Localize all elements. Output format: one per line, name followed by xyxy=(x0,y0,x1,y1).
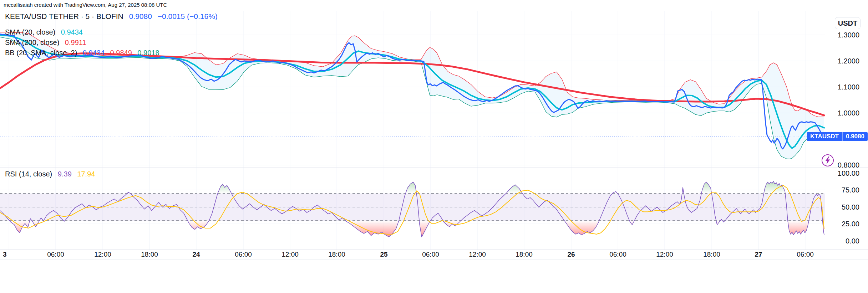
time-label-12:00: 12:00 xyxy=(656,251,673,258)
rsi-label: RSI (14, close) xyxy=(5,170,52,178)
symbol-title: KEETA/USD TETHER · 5 · BLOFIN xyxy=(5,12,123,20)
time-label-18:00: 18:00 xyxy=(516,251,533,258)
time-label-06:00: 06:00 xyxy=(797,251,814,258)
time-label-18:00: 18:00 xyxy=(328,251,345,258)
rsi-value: 9.39 xyxy=(58,170,72,178)
current-price-symbol: KTAUSDT xyxy=(807,133,842,140)
sma20-legend-row[interactable]: SMA (20, close) 0.9434 xyxy=(5,28,83,36)
time-axis-border xyxy=(0,250,868,250)
axis-tick-0.8000: 0.8000 xyxy=(838,161,859,169)
symbol-legend-row[interactable]: KEETA/USD TETHER · 5 · BLOFIN 0.9080 −0.… xyxy=(5,12,218,21)
rsi-legend-row[interactable]: RSI (14, close) 9.39 17.94 xyxy=(5,170,95,178)
sma20-value: 0.9434 xyxy=(61,28,83,36)
time-label-27: 27 xyxy=(755,251,762,258)
time-label-12:00: 12:00 xyxy=(469,251,486,258)
bb-upper-value: 0.9849 xyxy=(110,49,132,57)
axis-tick-0.00: 0.00 xyxy=(846,237,859,245)
time-label-18:00: 18:00 xyxy=(141,251,158,258)
axis-tick-75.00: 75.00 xyxy=(842,186,859,194)
time-axis[interactable]: 306:0012:0018:002406:0012:0018:002506:00… xyxy=(0,250,825,259)
axis-tick-1.0000: 1.0000 xyxy=(838,109,859,117)
current-price-value: 0.9080 xyxy=(843,133,868,140)
sma200-label: SMA (200, close) xyxy=(5,38,59,46)
sma20-label: SMA (20, close) xyxy=(5,28,55,36)
time-label-06:00: 06:00 xyxy=(422,251,439,258)
last-price: 0.9080 xyxy=(129,12,152,20)
time-label-06:00: 06:00 xyxy=(235,251,252,258)
time-label-25: 25 xyxy=(380,251,387,258)
axis-tick-25.00: 25.00 xyxy=(842,220,859,228)
bb-legend-row[interactable]: BB (20, SMA, close, 2) 0.9434 0.9849 0.9… xyxy=(5,49,159,57)
chart-top-border xyxy=(0,11,868,11)
chart-canvas[interactable] xyxy=(0,11,825,259)
time-label-26: 26 xyxy=(567,251,575,258)
bb-lower-value: 0.9018 xyxy=(137,49,159,57)
time-label-3: 3 xyxy=(3,251,7,258)
axis-tick-1.2000: 1.2000 xyxy=(838,57,859,65)
price-change: −0.0015 (−0.16%) xyxy=(158,12,218,20)
time-label-24: 24 xyxy=(192,251,200,258)
axis-tick-1.1000: 1.1000 xyxy=(838,83,859,91)
currency-badge[interactable]: USDT xyxy=(835,17,861,29)
time-label-12:00: 12:00 xyxy=(281,251,299,258)
footer: TradingView xyxy=(0,259,868,293)
bb-label: BB (20, SMA, close, 2) xyxy=(5,49,77,57)
sma200-legend-row[interactable]: SMA (200, close) 0.9911 xyxy=(5,38,86,47)
rsi-ma-value: 17.94 xyxy=(77,170,95,178)
lightning-icon xyxy=(824,156,831,165)
time-label-18:00: 18:00 xyxy=(703,251,720,258)
axis-tick-100.00: 100.00 xyxy=(838,169,859,178)
pane-separator[interactable] xyxy=(0,168,868,168)
boost-button[interactable] xyxy=(822,154,834,166)
bb-basis-value: 0.9434 xyxy=(83,49,105,57)
time-label-06:00: 06:00 xyxy=(47,251,64,258)
attribution-text: mccallisaiah created with TradingView.co… xyxy=(4,2,167,8)
sma200-value: 0.9911 xyxy=(65,38,86,46)
axis-separator xyxy=(825,11,825,259)
axis-tick-1.3000: 1.3000 xyxy=(838,31,859,39)
time-label-06:00: 06:00 xyxy=(609,251,626,258)
current-price-badge: KTAUSDT 0.9080 xyxy=(807,132,868,141)
axis-tick-50.00: 50.00 xyxy=(842,203,859,211)
tradingview-chart-page: mccallisaiah created with TradingView.co… xyxy=(0,0,868,293)
time-label-12:00: 12:00 xyxy=(94,251,111,258)
